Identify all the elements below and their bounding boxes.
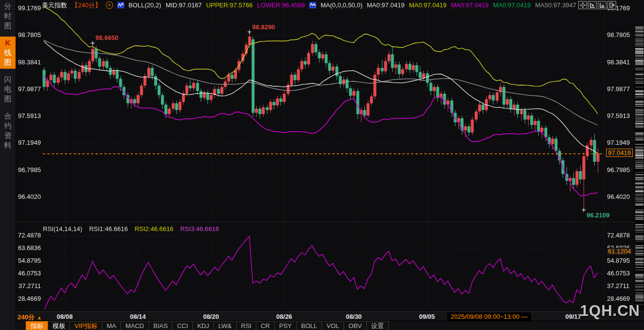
rsi-title: RSI(14,14,14) [43,225,82,233]
sidebar-item-2[interactable]: 闪电图 [0,73,16,105]
indicator-header: 美元指数 【240分】 + BOLL(20,2) MID:97.0167 UPP… [42,1,590,9]
boll-lower-value: LOWER:96.4568 [257,1,305,9]
toolbar-tab-9[interactable]: RSI [236,321,257,330]
toolbar-tab-15[interactable]: 设置 [366,321,389,330]
toolbar-tab-11[interactable]: PSY [274,321,297,330]
price-axis-label: 96.7985 [607,166,636,174]
toolbar-tab-4[interactable]: MACD [120,321,149,330]
price-axis-label: 97.9877 [15,85,41,93]
sidebar-item-char: 电 [4,84,12,94]
date-axis-label: 08/20 [203,313,219,320]
current-rsi-box: 61.1204 [607,248,632,255]
rsi1-value: RSI1:46.6616 [89,225,128,233]
sidebar-item-char: 分 [4,1,12,11]
toolbar-tab-3[interactable]: MA [102,321,121,330]
price-chart-canvas[interactable] [0,0,644,312]
crosshair-tool-icon[interactable] [578,1,587,9]
ma-values: MA0:97.0419MA0:97.0419MA0:97.0419MA0:97.… [367,1,590,9]
rsi-axis-label: 72.4878 [15,232,41,239]
sidebar-item-char: 约 [4,121,12,131]
toolbar-tab-14[interactable]: OBV [343,321,366,330]
ma-value-0: MA0:97.0419 [367,1,404,9]
candle-chart-icon[interactable] [309,2,316,8]
price-axis-label: 96.4020 [607,193,636,200]
price-axis-label: 97.5913 [607,112,636,119]
date-axis-label: 09/17 [566,313,582,320]
sidebar-item-char: 图 [4,94,12,104]
sidebar-item-1[interactable]: K线图 [0,37,16,69]
high-price-annotation: 98.6650 [95,34,118,41]
boll-label: BOLL(20,2) [129,1,161,9]
rsi-axis-label: 28.4669 [607,295,636,302]
rsi-axis-label: 46.0753 [15,270,41,277]
ma-label: MA(0,0,0,50,0) [321,1,362,9]
price-axis-label: 97.1949 [607,139,636,146]
ma-value-4: MA50:97.3947 [535,1,576,9]
toolbar-tab-7[interactable]: KDJ [192,321,214,330]
rsi-axis-label: 46.0753 [607,270,636,277]
price-axis-label: 96.4020 [15,193,41,200]
high-price-annotation: 98.8290 [252,23,275,31]
sidebar-item-char: 时 [4,11,12,21]
candle-chart-icon[interactable] [117,2,124,8]
sidebar-item-char: 线 [4,48,12,58]
time-axis-row: 240分 ▲ 2025/09/08 09:00~13:00 — 08/0808/… [16,311,644,321]
date-axis-label: 08/26 [276,313,292,320]
date-axis-label: 08/14 [130,313,146,320]
trading-app-window: 分时图K线图闪电图合约资料 美元指数 【240分】 + BOLL(20,2) M… [0,0,644,330]
scale-right-icon[interactable] [598,1,606,9]
sidebar-item-3[interactable]: 合约资料 [0,110,16,152]
sidebar-item-char: 图 [4,58,12,67]
low-price-annotation: 96.2109 [587,212,609,219]
price-axis-label: 98.3841 [15,58,41,66]
rsi3-value: RSI3:46.6616 [180,225,219,233]
sidebar-item-char: K [5,38,11,48]
scale-left-icon[interactable] [588,1,597,9]
crosshair-date-label: 2025/09/08 09:00~13:00 — [447,312,531,321]
indicator-toolbar: 指标模板VIP指标MAMACDBIASCCIKDJLW&RSICRPSYBOLL… [16,321,644,330]
watermark: 1QH.CN [580,302,640,320]
price-axis-label: 98.7805 [15,31,41,39]
date-axis-label: 08/08 [57,313,73,320]
sidebar-item-char: 资 [4,131,12,140]
toolbar-tab-1[interactable]: 模板 [48,321,70,330]
add-indicator-icon[interactable]: + [106,1,113,9]
rsi-axis-label: 72.4878 [607,232,636,239]
rsi-header: RSI(14,14,14) RSI1:46.6616 RSI2:46.6616 … [43,225,219,233]
ma-value-1: MA0:97.0419 [409,1,446,9]
rsi-axis-label: 37.2711 [607,282,636,290]
rsi-axis-label: 28.4669 [15,295,41,302]
sidebar-item-char: 闪 [4,75,12,84]
rsi-axis-label: 37.2711 [15,282,41,290]
price-axis-label: 98.3841 [607,58,636,66]
price-axis-label: 98.7805 [607,31,636,39]
sidebar-item-0[interactable]: 分时图 [0,0,16,32]
rsi-axis-label: 63.6836 [15,244,41,252]
sidebar-item-char: 图 [4,21,12,31]
price-axis-label: 99.1769 [15,4,41,12]
toolbar-tab-12[interactable]: BOLL [296,321,322,330]
rsi-axis-label: 54.8795 [15,257,41,264]
triangle-up-icon: ▲ [37,315,42,320]
price-axis-label: 97.1949 [15,139,41,146]
sidebar-item-char: 合 [4,111,12,121]
date-axis-label: 08/30 [346,313,362,320]
toolbar-tab-2[interactable]: VIP指标 [70,321,102,330]
date-axis-label: 09/05 [419,313,435,320]
price-axis-label: 96.7985 [15,166,41,174]
toolbar-tab-8[interactable]: LW& [213,321,236,330]
toolbar-tab-6[interactable]: CCI [172,321,192,330]
price-axis-label: 97.9877 [607,85,636,93]
toolbar-tab-10[interactable]: CR [256,321,275,330]
ma-value-2: MA0:97.0419 [451,1,489,9]
boll-mid-value: MID:97.0167 [166,1,202,9]
ma-value-3: MA0:97.0419 [493,1,530,9]
screen-switch-icon[interactable] [607,1,616,9]
toolbar-tab-13[interactable]: VOL [322,321,344,330]
toolbar-tab-0[interactable]: 指标 [26,321,48,330]
toolbar-tab-5[interactable]: BIAS [149,321,173,330]
current-price-box: 97.0419 [606,149,633,157]
rsi-axis-label: 54.8795 [607,257,636,264]
boll-upper-value: UPPER:97.5766 [206,1,252,9]
period-label: 【240分】 [72,1,101,10]
